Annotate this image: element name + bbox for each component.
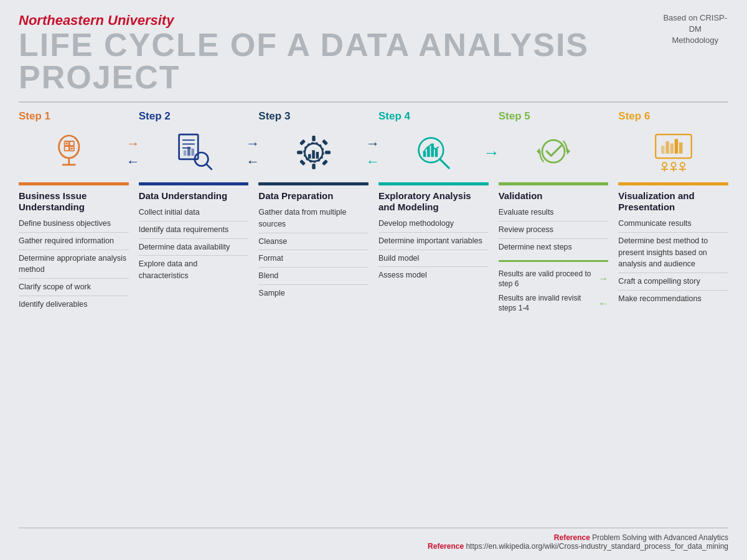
svg-point-37	[542, 140, 565, 162]
header: Northeastern University LIFE CYCLE OF A …	[19, 12, 728, 98]
step-5-bar	[499, 182, 609, 185]
svg-rect-29	[316, 152, 319, 159]
svg-rect-24	[322, 139, 328, 146]
list-item: Determine appropriate analysis method	[19, 253, 129, 279]
list-item: Identify data requirements	[139, 224, 249, 239]
step-4-col: Step 4 →	[374, 110, 494, 521]
list-item: Determine best method to present insight…	[618, 235, 728, 273]
svg-rect-20	[312, 164, 315, 169]
step-2-items: Collect initial data Identify data requi…	[139, 207, 249, 286]
list-item: Determine next steps	[499, 241, 609, 254]
step-4-icon	[411, 130, 456, 175]
step-3-bar	[258, 182, 369, 185]
step-5-title: Validation	[499, 190, 609, 202]
svg-rect-15	[191, 149, 194, 156]
list-item: Gather required information	[19, 235, 129, 250]
svg-rect-25	[299, 159, 306, 166]
step-3-icon	[291, 130, 336, 175]
ref2-text: https://en.wikipedia.org/wiki/Cross-indu…	[464, 542, 728, 551]
arrow-valid: →	[598, 273, 608, 286]
svg-rect-13	[184, 150, 187, 156]
list-item: Communicate results	[618, 218, 728, 233]
result-valid-text: Results are valid proceed to step 6	[499, 269, 596, 289]
step-1-label: Step 1	[19, 110, 129, 123]
step-6-icon	[651, 130, 696, 175]
svg-rect-41	[661, 146, 664, 154]
svg-rect-43	[670, 144, 673, 154]
svg-point-52	[680, 162, 684, 167]
svg-rect-19	[312, 136, 315, 141]
step-2-bar	[139, 182, 249, 185]
step-4-bar	[378, 182, 489, 185]
list-item: Sample	[258, 287, 369, 301]
ref1-label: Reference	[554, 533, 590, 542]
step-5-icon	[531, 130, 576, 175]
svg-rect-34	[427, 147, 430, 157]
step-1-bar	[19, 182, 129, 185]
step-1-icon	[51, 130, 96, 175]
result-invalid-text: Results are invalid revisit steps 1-4	[499, 294, 596, 313]
list-item: Assess model	[378, 269, 489, 282]
list-item: Clarify scope of work	[19, 281, 129, 296]
step-6-title: Visualization and Presentation	[618, 190, 728, 213]
svg-rect-44	[674, 139, 677, 153]
svg-rect-4	[70, 141, 74, 146]
header-divider	[19, 101, 728, 103]
list-item: Identify deliverables	[19, 299, 129, 312]
svg-rect-21	[297, 151, 303, 154]
svg-line-32	[440, 159, 449, 168]
svg-line-17	[207, 164, 212, 169]
step-2-icon-row: → ←	[139, 128, 249, 177]
validation-divider	[499, 260, 609, 262]
step-5-label: Step 5	[499, 110, 609, 123]
step-3-items: Gather data from multiple sources Cleans…	[258, 207, 369, 303]
step-5-col: Step 5 Validation Evaluate results Revie…	[494, 110, 614, 521]
step-6-label: Step 6	[618, 110, 728, 123]
arrow-invalid: ←	[598, 297, 608, 310]
step-6-items: Communicate results Determine best metho…	[618, 218, 728, 309]
svg-rect-14	[187, 147, 190, 156]
svg-rect-28	[312, 150, 315, 159]
list-item: Format	[258, 253, 369, 268]
svg-rect-36	[435, 149, 438, 157]
list-item: Evaluate results	[499, 207, 609, 222]
step-4-title: Exploratory Analysis and Modeling	[378, 190, 489, 213]
list-item: Build model	[378, 253, 489, 268]
step-2-title: Data Understanding	[139, 190, 249, 202]
svg-rect-23	[299, 139, 306, 146]
reference-2: Reference https://en.wikipedia.org/wiki/…	[19, 542, 728, 551]
svg-marker-38	[567, 148, 570, 155]
validation-result-valid: Results are valid proceed to step 6 →	[499, 269, 609, 289]
list-item: Blend	[258, 270, 369, 285]
step-4-icon-row: →	[378, 128, 489, 177]
step-6-col: Step 6	[613, 110, 728, 521]
step-5-icon-row	[499, 128, 609, 177]
page: Northeastern University LIFE CYCLE OF A …	[0, 0, 747, 560]
svg-rect-5	[65, 146, 69, 151]
step-2-col: Step 2 →	[134, 110, 254, 521]
svg-rect-45	[679, 142, 682, 154]
svg-point-49	[671, 162, 675, 167]
crisp-note: Based on CRISP-DMMethodology	[662, 12, 728, 47]
steps-container: Step 1 → ←	[19, 110, 728, 521]
step-4-label: Step 4	[378, 110, 489, 123]
step-3-col: Step 3	[253, 110, 374, 521]
list-item: Make recommendations	[618, 293, 728, 306]
list-item: Cleanse	[258, 236, 369, 251]
step-1-title: Business IssueUnderstanding	[19, 190, 129, 213]
step-3-icon-row: → ←	[258, 128, 369, 177]
step-2-label: Step 2	[139, 110, 249, 123]
list-item: Collect initial data	[139, 207, 249, 222]
footer: Reference Problem Solving with Advanced …	[19, 528, 728, 551]
list-item: Explore data and characteristics	[139, 258, 249, 283]
step-5-items: Evaluate results Review process Determin…	[499, 207, 609, 256]
list-item: Develop methodology	[378, 218, 489, 233]
ref1-text: Problem Solving with Advanced Analytics	[590, 533, 728, 542]
reference-1: Reference Problem Solving with Advanced …	[19, 533, 728, 542]
svg-point-8	[71, 147, 73, 150]
svg-marker-39	[537, 148, 540, 155]
ref2-label: Reference	[428, 542, 464, 551]
step-3-title: Data Preparation	[258, 190, 369, 202]
list-item: Review process	[499, 224, 609, 239]
list-item: Gather data from multiple sources	[258, 207, 369, 233]
